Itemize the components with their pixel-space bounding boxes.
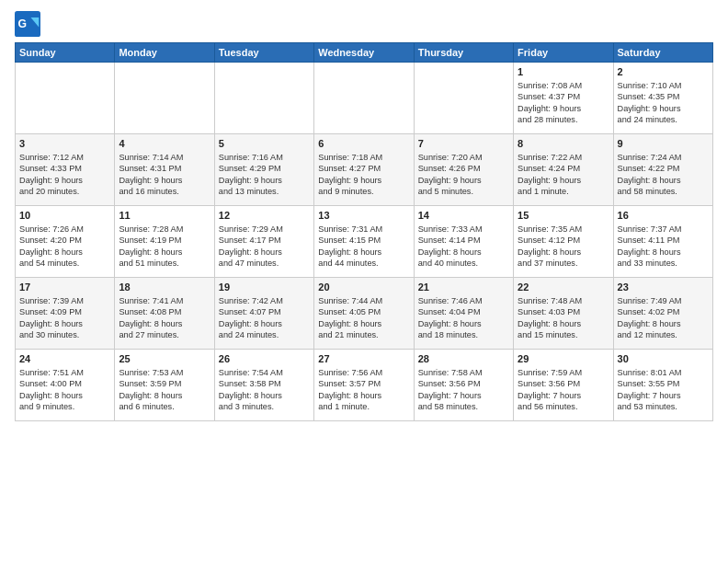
day-number: 16	[618, 209, 709, 223]
day-number: 6	[318, 137, 409, 151]
calendar-day-cell: 27Sunrise: 7:56 AMSunset: 3:57 PMDayligh…	[314, 350, 414, 421]
day-info: Daylight: 7 hours	[618, 390, 709, 401]
day-number: 1	[518, 65, 609, 79]
calendar-day-cell: 20Sunrise: 7:44 AMSunset: 4:05 PMDayligh…	[314, 278, 414, 350]
day-info: Sunset: 4:20 PM	[19, 235, 110, 246]
calendar-day-cell: 7Sunrise: 7:20 AMSunset: 4:26 PMDaylight…	[414, 134, 513, 206]
day-info: and 40 minutes.	[418, 258, 509, 269]
day-info: Daylight: 8 hours	[119, 390, 210, 401]
calendar-day-cell: 10Sunrise: 7:26 AMSunset: 4:20 PMDayligh…	[16, 206, 115, 278]
day-info: Sunrise: 7:31 AM	[318, 224, 409, 235]
calendar-day-cell: 29Sunrise: 7:59 AMSunset: 3:56 PMDayligh…	[514, 350, 613, 421]
day-info: Daylight: 8 hours	[19, 247, 110, 258]
day-info: Sunset: 4:00 PM	[19, 378, 110, 389]
day-info: and 1 minute.	[318, 401, 409, 412]
day-info: and 9 minutes.	[19, 401, 110, 412]
calendar-week-row: 10Sunrise: 7:26 AMSunset: 4:20 PMDayligh…	[16, 206, 713, 278]
day-info: Sunset: 4:35 PM	[618, 91, 709, 102]
day-info: and 56 minutes.	[518, 401, 609, 412]
day-info: Daylight: 8 hours	[19, 318, 110, 329]
day-info: Daylight: 9 hours	[518, 103, 609, 114]
day-info: and 37 minutes.	[518, 258, 609, 269]
day-info: and 21 minutes.	[318, 329, 409, 340]
calendar-day-cell: 22Sunrise: 7:48 AMSunset: 4:03 PMDayligh…	[514, 278, 613, 350]
day-info: and 47 minutes.	[219, 258, 310, 269]
day-info: Sunset: 4:19 PM	[119, 235, 210, 246]
day-info: Sunset: 4:05 PM	[318, 306, 409, 317]
day-info: and 6 minutes.	[119, 401, 210, 412]
day-info: and 18 minutes.	[418, 329, 509, 340]
weekday-header: Wednesday	[314, 43, 414, 63]
calendar-day-cell: 8Sunrise: 7:22 AMSunset: 4:24 PMDaylight…	[514, 134, 613, 206]
day-info: and 3 minutes.	[219, 401, 310, 412]
calendar-table: SundayMondayTuesdayWednesdayThursdayFrid…	[15, 42, 713, 421]
weekday-header: Friday	[514, 43, 613, 63]
calendar-day-cell: 5Sunrise: 7:16 AMSunset: 4:29 PMDaylight…	[214, 134, 313, 206]
day-info: Sunrise: 7:35 AM	[518, 224, 609, 235]
day-info: Daylight: 8 hours	[518, 247, 609, 258]
day-info: Sunrise: 7:42 AM	[219, 295, 310, 306]
day-info: Daylight: 8 hours	[618, 247, 709, 258]
day-info: Sunset: 4:12 PM	[518, 235, 609, 246]
calendar-day-cell: 24Sunrise: 7:51 AMSunset: 4:00 PMDayligh…	[16, 350, 115, 421]
day-number: 26	[219, 352, 310, 366]
day-info: Daylight: 9 hours	[19, 175, 110, 186]
day-info: Daylight: 9 hours	[618, 103, 709, 114]
logo-icon: G	[15, 11, 40, 37]
day-info: Sunset: 4:02 PM	[618, 306, 709, 317]
calendar-day-cell: 3Sunrise: 7:12 AMSunset: 4:33 PMDaylight…	[16, 134, 115, 206]
calendar-day-cell	[414, 63, 513, 134]
day-number: 21	[418, 281, 509, 294]
day-info: and 28 minutes.	[518, 114, 609, 125]
day-number: 9	[618, 137, 709, 151]
calendar-day-cell	[314, 63, 414, 134]
calendar-week-row: 24Sunrise: 7:51 AMSunset: 4:00 PMDayligh…	[16, 350, 713, 421]
day-number: 10	[19, 209, 110, 223]
day-info: Sunrise: 7:58 AM	[418, 367, 509, 378]
day-info: and 20 minutes.	[19, 186, 110, 197]
calendar-day-cell: 23Sunrise: 7:49 AMSunset: 4:02 PMDayligh…	[613, 278, 712, 350]
day-number: 30	[618, 352, 709, 366]
day-info: Sunset: 4:07 PM	[219, 306, 310, 317]
day-info: and 12 minutes.	[618, 329, 709, 340]
calendar-day-cell: 1Sunrise: 7:08 AMSunset: 4:37 PMDaylight…	[514, 63, 613, 134]
day-info: Sunrise: 7:10 AM	[618, 80, 709, 91]
day-info: Daylight: 8 hours	[19, 390, 110, 401]
day-info: Sunset: 4:27 PM	[318, 163, 409, 174]
day-info: and 24 minutes.	[219, 329, 310, 340]
calendar-day-cell: 9Sunrise: 7:24 AMSunset: 4:22 PMDaylight…	[613, 134, 712, 206]
day-info: Sunrise: 7:24 AM	[618, 152, 709, 163]
day-info: and 5 minutes.	[418, 186, 509, 197]
day-number: 28	[418, 352, 509, 366]
day-info: Sunrise: 7:39 AM	[19, 295, 110, 306]
day-info: Sunrise: 7:29 AM	[219, 224, 310, 235]
day-number: 12	[219, 209, 310, 223]
day-number: 24	[19, 352, 110, 366]
day-info: Sunset: 4:26 PM	[418, 163, 509, 174]
day-info: and 58 minutes.	[618, 186, 709, 197]
day-info: Daylight: 9 hours	[518, 175, 609, 186]
day-info: and 9 minutes.	[318, 186, 409, 197]
calendar-day-cell: 25Sunrise: 7:53 AMSunset: 3:59 PMDayligh…	[115, 350, 214, 421]
day-info: Sunset: 4:14 PM	[418, 235, 509, 246]
day-info: Sunrise: 7:20 AM	[418, 152, 509, 163]
day-info: Sunset: 4:24 PM	[518, 163, 609, 174]
day-number: 8	[518, 137, 609, 151]
day-info: Daylight: 8 hours	[318, 318, 409, 329]
day-info: and 51 minutes.	[119, 258, 210, 269]
day-info: Sunrise: 7:46 AM	[418, 295, 509, 306]
day-info: Sunset: 4:29 PM	[219, 163, 310, 174]
day-info: Daylight: 8 hours	[119, 247, 210, 258]
day-info: Sunrise: 7:54 AM	[219, 367, 310, 378]
calendar-day-cell: 12Sunrise: 7:29 AMSunset: 4:17 PMDayligh…	[214, 206, 313, 278]
calendar-day-cell: 2Sunrise: 7:10 AMSunset: 4:35 PMDaylight…	[613, 63, 712, 134]
day-info: Daylight: 7 hours	[518, 390, 609, 401]
calendar-week-row: 1Sunrise: 7:08 AMSunset: 4:37 PMDaylight…	[16, 63, 713, 134]
day-info: Daylight: 8 hours	[518, 318, 609, 329]
calendar-week-row: 17Sunrise: 7:39 AMSunset: 4:09 PMDayligh…	[16, 278, 713, 350]
weekday-header: Saturday	[613, 43, 712, 63]
weekday-header: Thursday	[414, 43, 513, 63]
weekday-header: Sunday	[16, 43, 115, 63]
day-info: Sunrise: 7:59 AM	[518, 367, 609, 378]
day-info: Sunrise: 7:49 AM	[618, 295, 709, 306]
